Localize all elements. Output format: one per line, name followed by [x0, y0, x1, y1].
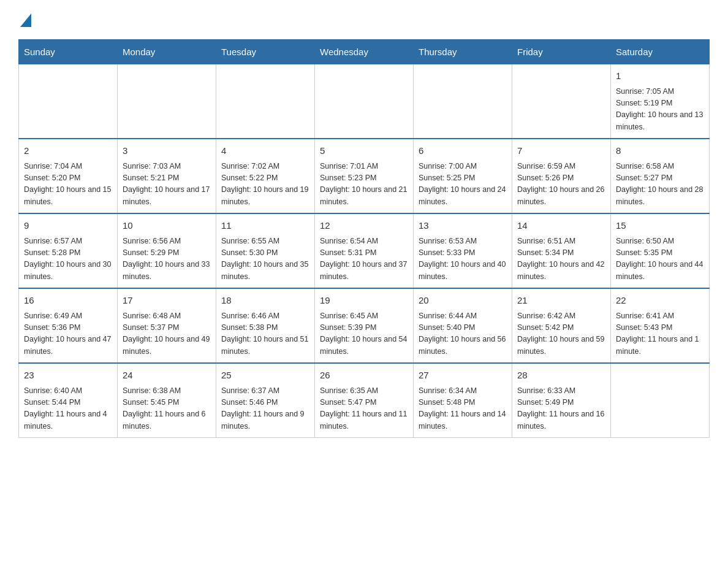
- day-number: 16: [24, 294, 112, 308]
- calendar-cell: 26Sunrise: 6:35 AM Sunset: 5:47 PM Dayli…: [315, 363, 414, 438]
- day-number: 14: [517, 219, 605, 233]
- day-info: Sunrise: 6:45 AM Sunset: 5:39 PM Dayligh…: [320, 310, 408, 358]
- day-of-week-header: Monday: [118, 40, 216, 64]
- day-number: 15: [616, 219, 704, 233]
- calendar-cell: [315, 64, 414, 139]
- day-info: Sunrise: 7:03 AM Sunset: 5:21 PM Dayligh…: [123, 161, 211, 209]
- day-of-week-header: Friday: [512, 40, 611, 64]
- day-info: Sunrise: 6:55 AM Sunset: 5:30 PM Dayligh…: [221, 236, 309, 283]
- day-number: 28: [517, 369, 605, 383]
- day-info: Sunrise: 6:38 AM Sunset: 5:45 PM Dayligh…: [123, 385, 211, 433]
- calendar-cell: 17Sunrise: 6:48 AM Sunset: 5:37 PM Dayli…: [118, 288, 216, 363]
- calendar-cell: 11Sunrise: 6:55 AM Sunset: 5:30 PM Dayli…: [216, 213, 315, 288]
- day-number: 23: [24, 369, 112, 383]
- calendar-week-row: 9Sunrise: 6:57 AM Sunset: 5:28 PM Daylig…: [19, 213, 710, 288]
- calendar-cell: 2Sunrise: 7:04 AM Sunset: 5:20 PM Daylig…: [19, 139, 118, 213]
- day-number: 25: [221, 369, 309, 383]
- calendar-cell: 21Sunrise: 6:42 AM Sunset: 5:42 PM Dayli…: [512, 288, 611, 363]
- calendar-table: SundayMondayTuesdayWednesdayThursdayFrid…: [18, 39, 710, 438]
- calendar-cell: 20Sunrise: 6:44 AM Sunset: 5:40 PM Dayli…: [414, 288, 512, 363]
- day-info: Sunrise: 6:42 AM Sunset: 5:42 PM Dayligh…: [517, 310, 605, 358]
- day-number: 6: [419, 144, 507, 158]
- day-info: Sunrise: 7:04 AM Sunset: 5:20 PM Dayligh…: [24, 161, 112, 209]
- calendar-cell: 28Sunrise: 6:33 AM Sunset: 5:49 PM Dayli…: [512, 363, 611, 438]
- logo: [18, 12, 31, 27]
- calendar-cell: 22Sunrise: 6:41 AM Sunset: 5:43 PM Dayli…: [611, 288, 710, 363]
- calendar-cell: 12Sunrise: 6:54 AM Sunset: 5:31 PM Dayli…: [315, 213, 414, 288]
- day-number: 3: [123, 144, 211, 158]
- calendar-cell: [512, 64, 611, 139]
- calendar-cell: 7Sunrise: 6:59 AM Sunset: 5:26 PM Daylig…: [512, 139, 611, 213]
- day-info: Sunrise: 6:41 AM Sunset: 5:43 PM Dayligh…: [616, 310, 704, 358]
- calendar-cell: 10Sunrise: 6:56 AM Sunset: 5:29 PM Dayli…: [118, 213, 216, 288]
- calendar-cell: 14Sunrise: 6:51 AM Sunset: 5:34 PM Dayli…: [512, 213, 611, 288]
- calendar-cell: [611, 363, 710, 438]
- day-info: Sunrise: 7:02 AM Sunset: 5:22 PM Dayligh…: [221, 161, 309, 209]
- day-number: 17: [123, 294, 211, 308]
- day-info: Sunrise: 6:34 AM Sunset: 5:48 PM Dayligh…: [419, 385, 507, 433]
- calendar-cell: 6Sunrise: 7:00 AM Sunset: 5:25 PM Daylig…: [414, 139, 512, 213]
- day-of-week-header: Sunday: [19, 40, 118, 64]
- day-number: 10: [123, 219, 211, 233]
- calendar-week-row: 2Sunrise: 7:04 AM Sunset: 5:20 PM Daylig…: [19, 139, 710, 213]
- day-info: Sunrise: 6:56 AM Sunset: 5:29 PM Dayligh…: [123, 236, 211, 283]
- day-number: 4: [221, 144, 309, 158]
- day-info: Sunrise: 6:35 AM Sunset: 5:47 PM Dayligh…: [320, 385, 408, 433]
- calendar-cell: 4Sunrise: 7:02 AM Sunset: 5:22 PM Daylig…: [216, 139, 315, 213]
- day-info: Sunrise: 6:44 AM Sunset: 5:40 PM Dayligh…: [419, 310, 507, 358]
- day-of-week-header: Saturday: [611, 40, 710, 64]
- day-of-week-header: Tuesday: [216, 40, 315, 64]
- day-number: 26: [320, 369, 408, 383]
- day-info: Sunrise: 6:54 AM Sunset: 5:31 PM Dayligh…: [320, 236, 408, 283]
- day-number: 27: [419, 369, 507, 383]
- calendar-cell: 19Sunrise: 6:45 AM Sunset: 5:39 PM Dayli…: [315, 288, 414, 363]
- day-info: Sunrise: 6:51 AM Sunset: 5:34 PM Dayligh…: [517, 236, 605, 283]
- day-info: Sunrise: 6:57 AM Sunset: 5:28 PM Dayligh…: [24, 236, 112, 283]
- day-of-week-header: Thursday: [414, 40, 512, 64]
- logo-triangle-icon: [20, 13, 31, 27]
- calendar-cell: [414, 64, 512, 139]
- calendar-cell: [19, 64, 118, 139]
- day-info: Sunrise: 7:00 AM Sunset: 5:25 PM Dayligh…: [419, 161, 507, 209]
- day-info: Sunrise: 7:05 AM Sunset: 5:19 PM Dayligh…: [616, 86, 704, 134]
- calendar-cell: 8Sunrise: 6:58 AM Sunset: 5:27 PM Daylig…: [611, 139, 710, 213]
- calendar-header-row: SundayMondayTuesdayWednesdayThursdayFrid…: [19, 40, 710, 64]
- day-info: Sunrise: 6:37 AM Sunset: 5:46 PM Dayligh…: [221, 385, 309, 433]
- day-number: 13: [419, 219, 507, 233]
- calendar-cell: 23Sunrise: 6:40 AM Sunset: 5:44 PM Dayli…: [19, 363, 118, 438]
- day-info: Sunrise: 7:01 AM Sunset: 5:23 PM Dayligh…: [320, 161, 408, 209]
- day-number: 12: [320, 219, 408, 233]
- day-info: Sunrise: 6:46 AM Sunset: 5:38 PM Dayligh…: [221, 310, 309, 358]
- calendar-cell: 15Sunrise: 6:50 AM Sunset: 5:35 PM Dayli…: [611, 213, 710, 288]
- day-info: Sunrise: 6:50 AM Sunset: 5:35 PM Dayligh…: [616, 236, 704, 283]
- calendar-cell: 9Sunrise: 6:57 AM Sunset: 5:28 PM Daylig…: [19, 213, 118, 288]
- calendar-cell: 24Sunrise: 6:38 AM Sunset: 5:45 PM Dayli…: [118, 363, 216, 438]
- calendar-cell: 18Sunrise: 6:46 AM Sunset: 5:38 PM Dayli…: [216, 288, 315, 363]
- day-number: 19: [320, 294, 408, 308]
- day-number: 20: [419, 294, 507, 308]
- day-number: 11: [221, 219, 309, 233]
- day-number: 2: [24, 144, 112, 158]
- day-number: 21: [517, 294, 605, 308]
- calendar-cell: 5Sunrise: 7:01 AM Sunset: 5:23 PM Daylig…: [315, 139, 414, 213]
- calendar-week-row: 16Sunrise: 6:49 AM Sunset: 5:36 PM Dayli…: [19, 288, 710, 363]
- calendar-cell: 16Sunrise: 6:49 AM Sunset: 5:36 PM Dayli…: [19, 288, 118, 363]
- day-of-week-header: Wednesday: [315, 40, 414, 64]
- day-info: Sunrise: 6:48 AM Sunset: 5:37 PM Dayligh…: [123, 310, 211, 358]
- day-info: Sunrise: 6:33 AM Sunset: 5:49 PM Dayligh…: [517, 385, 605, 433]
- day-info: Sunrise: 6:49 AM Sunset: 5:36 PM Dayligh…: [24, 310, 112, 358]
- day-info: Sunrise: 6:53 AM Sunset: 5:33 PM Dayligh…: [419, 236, 507, 283]
- svg-marker-0: [20, 13, 31, 27]
- calendar-week-row: 1Sunrise: 7:05 AM Sunset: 5:19 PM Daylig…: [19, 64, 710, 139]
- calendar-cell: 25Sunrise: 6:37 AM Sunset: 5:46 PM Dayli…: [216, 363, 315, 438]
- day-number: 9: [24, 219, 112, 233]
- page-header: [18, 12, 710, 27]
- calendar-cell: 1Sunrise: 7:05 AM Sunset: 5:19 PM Daylig…: [611, 64, 710, 139]
- day-number: 5: [320, 144, 408, 158]
- calendar-cell: 3Sunrise: 7:03 AM Sunset: 5:21 PM Daylig…: [118, 139, 216, 213]
- day-number: 22: [616, 294, 704, 308]
- calendar-week-row: 23Sunrise: 6:40 AM Sunset: 5:44 PM Dayli…: [19, 363, 710, 438]
- calendar-cell: 27Sunrise: 6:34 AM Sunset: 5:48 PM Dayli…: [414, 363, 512, 438]
- day-number: 18: [221, 294, 309, 308]
- day-info: Sunrise: 6:59 AM Sunset: 5:26 PM Dayligh…: [517, 161, 605, 209]
